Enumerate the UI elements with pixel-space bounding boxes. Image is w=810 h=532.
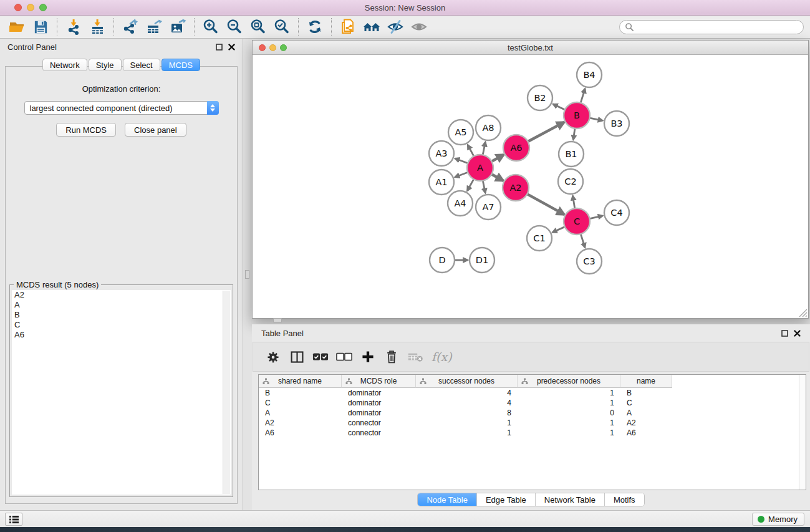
graph-node-B3[interactable]: B3 xyxy=(604,111,629,136)
graph-node-B[interactable]: B xyxy=(564,102,590,128)
graph-node-A2[interactable]: A2 xyxy=(503,175,529,201)
export-network-button[interactable] xyxy=(118,17,142,37)
graph-edge-C-C2[interactable] xyxy=(573,196,575,209)
network-canvas[interactable]: B4B2BB3A8A5A6A3B1AA1C2A2A4A7C4CC1DD1C3 xyxy=(253,55,808,318)
table-cell[interactable]: B xyxy=(620,388,672,398)
graph-edge-A-A6[interactable] xyxy=(491,155,503,162)
graph-edge-A-A7[interactable] xyxy=(483,181,485,193)
graph-edge-A-A2[interactable] xyxy=(491,174,503,180)
result-scrollbar[interactable] xyxy=(223,291,230,494)
table-cell[interactable]: A6 xyxy=(259,428,342,438)
table-cell[interactable]: A6 xyxy=(620,428,672,438)
table-cell[interactable]: A xyxy=(259,408,342,418)
close-table-panel-icon[interactable] xyxy=(794,330,801,337)
mcds-result-item[interactable]: C xyxy=(12,320,231,330)
graph-edge-B-B4[interactable] xyxy=(581,89,585,103)
graph-node-D[interactable]: D xyxy=(430,248,455,273)
table-cell[interactable]: 1 xyxy=(518,428,620,438)
graph-edge-B-B2[interactable] xyxy=(553,104,565,110)
graph-node-A4[interactable]: A4 xyxy=(448,191,473,216)
graph-node-B1[interactable]: B1 xyxy=(559,142,584,167)
graph-node-A8[interactable]: A8 xyxy=(476,115,501,140)
tab-edge-table[interactable]: Edge Table xyxy=(477,493,536,506)
column-header-shared-name[interactable]: shared name xyxy=(259,375,342,388)
table-cell[interactable]: A xyxy=(620,408,672,418)
graph-edge-C-C4[interactable] xyxy=(590,216,603,219)
graph-edge-A-A4[interactable] xyxy=(467,179,473,191)
table-cell[interactable]: 1 xyxy=(416,428,518,438)
table-cell[interactable]: A2 xyxy=(620,418,672,428)
deselect-all-rows-button[interactable] xyxy=(334,346,354,367)
float-table-panel-icon[interactable] xyxy=(781,330,788,337)
show-column-button[interactable] xyxy=(287,346,307,367)
table-row[interactable]: Cdominator41C xyxy=(259,398,806,408)
column-header-name[interactable]: name xyxy=(620,375,672,388)
table-row[interactable]: A2connector11A2 xyxy=(259,418,806,428)
search-input[interactable] xyxy=(634,21,803,32)
table-cell[interactable]: 1 xyxy=(416,418,518,428)
zoom-out-button[interactable] xyxy=(223,17,246,37)
cybrowser-home-button[interactable] xyxy=(360,17,383,37)
new-network-from-selection-button[interactable] xyxy=(336,17,360,37)
table-cell[interactable]: 4 xyxy=(416,398,518,408)
import-table-button[interactable] xyxy=(85,17,109,37)
graph-node-C1[interactable]: C1 xyxy=(527,226,552,251)
table-row[interactable]: A6connector11A6 xyxy=(259,428,806,438)
export-table-button[interactable] xyxy=(142,17,166,37)
graph-node-A5[interactable]: A5 xyxy=(448,120,473,145)
graph-edge-A-A3[interactable] xyxy=(455,158,468,163)
control-tab-select[interactable]: Select xyxy=(123,59,160,71)
graph-node-C[interactable]: C xyxy=(564,208,590,235)
table-cell[interactable]: C xyxy=(259,398,342,408)
horizontal-splitter-handle[interactable] xyxy=(273,318,282,322)
graph-node-C3[interactable]: C3 xyxy=(577,249,602,274)
graph-edge-B-B3[interactable] xyxy=(590,118,603,120)
graph-edge-C-C3[interactable] xyxy=(581,234,585,248)
column-header-predecessor-nodes[interactable]: predecessor nodes xyxy=(518,375,620,388)
table-cell[interactable]: 1 xyxy=(518,388,620,398)
tab-network-table[interactable]: Network Table xyxy=(536,493,605,506)
save-session-button[interactable] xyxy=(29,17,52,37)
close-panel-icon[interactable] xyxy=(228,44,235,51)
hide-selected-button[interactable] xyxy=(383,17,407,37)
mcds-result-item[interactable]: B xyxy=(12,310,231,320)
column-header-successor-nodes[interactable]: successor nodes xyxy=(416,375,518,388)
graph-edge-A-A5[interactable] xyxy=(468,145,474,156)
graph-edge-A2-C[interactable] xyxy=(527,194,564,215)
mcds-result-item[interactable]: A2 xyxy=(12,290,231,300)
show-all-button[interactable] xyxy=(407,17,431,37)
zoom-selected-button[interactable] xyxy=(270,17,294,37)
table-cell[interactable]: C xyxy=(620,398,672,408)
export-image-button[interactable] xyxy=(166,17,190,37)
table-cell[interactable]: dominator xyxy=(342,388,416,398)
graph-edge-A6-B[interactable] xyxy=(528,122,564,142)
table-cell[interactable]: 1 xyxy=(518,398,620,408)
toolbar-search[interactable] xyxy=(619,20,804,34)
close-panel-button[interactable]: Close panel xyxy=(125,123,186,137)
zoom-fit-button[interactable] xyxy=(246,17,270,37)
task-history-button[interactable] xyxy=(5,513,22,526)
graph-node-A1[interactable]: A1 xyxy=(429,170,454,195)
table-row[interactable]: Bdominator41B xyxy=(259,388,806,398)
delete-column-button[interactable] xyxy=(382,346,402,367)
mcds-result-item[interactable]: A6 xyxy=(12,330,231,340)
table-cell[interactable]: dominator xyxy=(342,398,416,408)
table-cell[interactable]: 8 xyxy=(416,408,518,418)
vertical-splitter-handle[interactable] xyxy=(245,270,249,279)
graph-edge-C-C1[interactable] xyxy=(552,227,565,233)
mcds-result-list[interactable]: A2ABCA6 xyxy=(12,290,231,495)
graph-node-C4[interactable]: C4 xyxy=(604,200,629,225)
table-cell[interactable]: A2 xyxy=(259,418,342,428)
table-cell[interactable]: dominator xyxy=(342,408,416,418)
graph-node-A[interactable]: A xyxy=(467,155,493,181)
graph-node-B2[interactable]: B2 xyxy=(528,85,552,110)
tab-motifs[interactable]: Motifs xyxy=(605,493,644,506)
refresh-button[interactable] xyxy=(303,17,327,37)
memory-button[interactable]: Memory xyxy=(752,513,804,526)
graph-node-D1[interactable]: D1 xyxy=(470,248,494,273)
table-cell[interactable]: 1 xyxy=(518,418,620,428)
graph-node-A7[interactable]: A7 xyxy=(476,195,501,220)
graph-edge-A-A8[interactable] xyxy=(483,142,485,155)
zoom-in-button[interactable] xyxy=(199,17,223,37)
resize-grip-icon[interactable] xyxy=(798,307,808,317)
